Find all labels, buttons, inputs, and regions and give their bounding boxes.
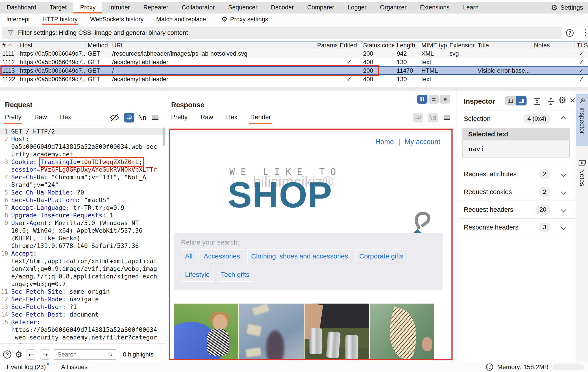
category-all[interactable]: All — [181, 249, 197, 263]
menu-tab-decoder[interactable]: Decoder — [264, 2, 301, 13]
subnav-tab-http-history[interactable]: HTTP history — [36, 14, 84, 25]
filter-settings-bar[interactable]: Filter settings: Hiding CSS, image and g… — [2, 26, 562, 39]
my-account-link[interactable]: My account — [405, 138, 440, 146]
refine-search-panel: Refine your search: AllAccessoriesClothi… — [174, 233, 442, 290]
menu-tab-sequencer[interactable]: Sequencer — [221, 2, 264, 13]
history-row-1113[interactable]: 1113https://0a5b0066049d7...GET/20011470… — [0, 66, 588, 75]
column-header-method[interactable]: Method — [85, 42, 110, 49]
subnav-tab-match-and-replace[interactable]: Match and replace — [150, 14, 212, 25]
hide-icon[interactable] — [110, 113, 119, 122]
inspector-close-icon[interactable]: × — [570, 95, 576, 106]
subnav-tab-intercept[interactable]: Intercept — [0, 14, 36, 25]
column-header-url[interactable]: URL — [110, 42, 315, 49]
history-row-1122[interactable]: 1122https://0a5b0066049d7...GET/academyL… — [0, 75, 588, 84]
cell-host: https://0a5b0066049d7... — [18, 49, 85, 58]
column-header-title[interactable]: Title — [475, 42, 532, 49]
previous-match-button[interactable]: ← — [26, 349, 36, 360]
column-header-mime-type[interactable]: MIME type — [419, 42, 447, 49]
request-scrollbar[interactable] — [163, 128, 165, 146]
stacked-view-button[interactable] — [429, 95, 439, 104]
request-tab-pretty[interactable]: Pretty — [5, 114, 21, 124]
newline-toggle[interactable]: \n — [428, 113, 438, 123]
column-header-num[interactable]: # — [0, 42, 18, 49]
menu-tab-learn[interactable]: Learn — [456, 2, 485, 13]
collapse-all-icon[interactable] — [546, 97, 555, 106]
request-editor[interactable]: 1GET / HTTP/22Host:0a5b0066049d7143815a5… — [0, 125, 166, 344]
subnav-tab-websockets-history[interactable]: WebSockets history — [84, 14, 150, 25]
wrap-toggle-button[interactable] — [413, 113, 423, 123]
menu-tab-extensions[interactable]: Extensions — [413, 2, 456, 13]
menu-tab-organizer[interactable]: Organizer — [373, 2, 413, 13]
search-input[interactable] — [57, 351, 108, 358]
proxy-settings-button[interactable]: ⚙ Proxy settings — [218, 16, 272, 23]
column-header-tls[interactable]: TLS — [575, 42, 588, 49]
all-issues-button[interactable]: All issues — [61, 363, 87, 371]
inspector-section-request-cookies[interactable]: Request cookies2 — [458, 183, 576, 201]
cell-tls: ✓ — [575, 49, 588, 58]
menu-tab-dashboard[interactable]: Dashboard — [0, 2, 43, 13]
search-settings-icon[interactable]: ⚙ — [15, 350, 22, 359]
category-corporate-gifts[interactable]: Corporate gifts — [355, 249, 408, 263]
category-clothing-shoes-and-accessories[interactable]: Clothing, shoes and accessories — [247, 249, 352, 263]
inspector-settings-icon[interactable]: ⚙ — [558, 96, 567, 105]
history-row-1111[interactable]: 1111https://0a5b0066049d7...GET/resource… — [0, 49, 588, 58]
response-tab-render[interactable]: Render — [250, 114, 271, 124]
more-options-icon[interactable]: ⋮ — [581, 27, 588, 37]
response-tab-raw[interactable]: Raw — [200, 114, 213, 124]
request-line: 10Accept: — [0, 250, 166, 257]
menu-tab-target[interactable]: Target — [43, 2, 73, 13]
request-title: Request — [5, 101, 32, 109]
request-tab-raw[interactable]: Raw — [34, 114, 47, 124]
dock-right-button[interactable] — [516, 96, 526, 106]
cell-params — [315, 66, 337, 75]
search-help-icon[interactable]: ? — [3, 351, 11, 359]
response-tab-pretty[interactable]: Pretty — [171, 114, 188, 124]
response-menu-button[interactable]: ≡ — [442, 114, 451, 122]
event-log-button[interactable]: Event log (23) — [7, 363, 49, 371]
category-accessories[interactable]: Accessories — [200, 249, 244, 263]
inspector-section-request-attributes[interactable]: Request attributes2 — [458, 165, 576, 183]
horizontal-splitter[interactable] — [0, 87, 588, 91]
column-header-host[interactable]: Host — [18, 42, 85, 49]
column-header-edited[interactable]: Edited — [337, 42, 361, 49]
menu-tab-repeater[interactable]: Repeater — [136, 2, 175, 13]
menu-tab-intruder[interactable]: Intruder — [102, 2, 136, 13]
next-match-button[interactable]: → — [40, 349, 50, 360]
column-header-params[interactable]: Params — [315, 42, 337, 49]
help-icon[interactable]: ? — [566, 29, 574, 37]
menu-tab-proxy[interactable]: Proxy — [73, 2, 102, 13]
wrap-toggle-button[interactable] — [124, 113, 134, 123]
highlights-count: 0 highlights — [123, 351, 154, 358]
tab-notes[interactable]: Notes — [576, 156, 588, 191]
column-header-length[interactable]: Length — [394, 42, 419, 49]
newline-toggle[interactable]: \n — [139, 114, 147, 121]
inspector-section-request-headers[interactable]: Request headers20 — [458, 201, 576, 218]
column-header-status-code[interactable]: Status code — [361, 42, 394, 49]
tab-inspector[interactable]: Inspector — [576, 94, 588, 146]
category-lifestyle[interactable]: Lifestyle — [181, 268, 214, 282]
proxy-settings-label: Proxy settings — [230, 16, 268, 23]
request-tab-hex[interactable]: Hex — [60, 114, 71, 124]
response-tab-hex[interactable]: Hex — [226, 114, 237, 124]
settings-button[interactable]: ⚙ Settings — [551, 2, 588, 13]
single-view-button[interactable] — [440, 95, 450, 104]
inspector-section-response-headers[interactable]: Response headers3 — [458, 218, 576, 236]
request-menu-button[interactable]: ≡ — [151, 114, 159, 122]
cell-edited — [337, 66, 361, 75]
category-tech-gifts[interactable]: Tech gifts — [217, 268, 253, 282]
request-line: urity-academy.net — [0, 150, 166, 158]
menu-tab-collaborator[interactable]: Collaborator — [175, 2, 221, 13]
column-header-notes[interactable]: Notes — [532, 42, 575, 49]
home-link[interactable]: Home — [375, 138, 394, 146]
history-row-1112[interactable]: 1112https://0a5b0066049d7...GET/academyL… — [0, 58, 588, 66]
menu-tab-comparer[interactable]: Comparer — [301, 2, 341, 13]
request-line: ion/xml;q=0.9,image/avif,image/webp,imag — [0, 265, 166, 273]
wrap-icon — [415, 115, 421, 120]
info-icon[interactable]: i — [486, 363, 493, 371]
expand-all-icon[interactable] — [532, 97, 541, 106]
selection-section-header[interactable]: Selection 4 (0x4) — [458, 110, 576, 127]
split-view-button[interactable] — [417, 95, 427, 104]
column-header-extension[interactable]: Extension — [447, 42, 475, 49]
menu-tab-logger[interactable]: Logger — [341, 2, 373, 13]
dock-left-button[interactable] — [505, 96, 516, 106]
